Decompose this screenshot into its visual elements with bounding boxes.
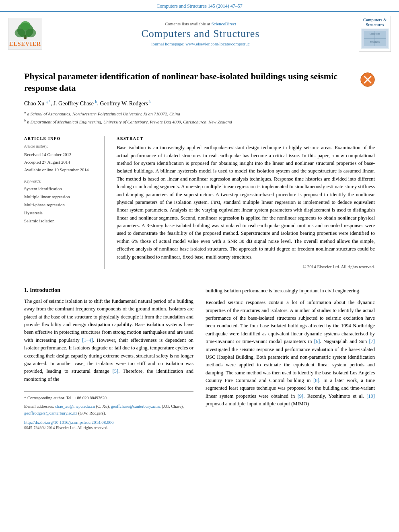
body-right-col: building isolation performance is increa… bbox=[206, 287, 375, 430]
ref-link-1-4[interactable]: [1–4] bbox=[82, 337, 93, 343]
science-direct-link[interactable]: ScienceDirect bbox=[211, 21, 236, 26]
ref-link-8[interactable]: [8] bbox=[313, 378, 319, 383]
main-content: ✕ Physical parameter identification of n… bbox=[0, 56, 399, 438]
ref-link-5[interactable]: [5] bbox=[113, 368, 119, 374]
journal-homepage: journal homepage: www.elsevier.com/locat… bbox=[50, 41, 351, 46]
history-label: Article history: bbox=[24, 144, 96, 148]
contents-available-text: Contents lists available at ScienceDirec… bbox=[50, 21, 351, 26]
keywords-list: System identification Multiple linear re… bbox=[24, 185, 96, 225]
body-left-col: 1. Introduction The goal of seismic isol… bbox=[24, 287, 193, 430]
elsevier-text: ELSEVIER bbox=[9, 41, 41, 47]
section1-para3: Recorded seismic responses contain a lot… bbox=[206, 299, 375, 408]
email-link-xu[interactable]: chao_xu@nwpu.edu.cn bbox=[55, 404, 95, 409]
footnote-star: * Corresponding author. Tel.: +86 029 88… bbox=[24, 395, 193, 402]
footnote-emails: E-mail addresses: chao_xu@nwpu.edu.cn (C… bbox=[24, 403, 193, 417]
svg-point-3 bbox=[25, 29, 35, 37]
thumb-image: Computers Structures bbox=[361, 29, 389, 49]
svg-point-2 bbox=[14, 29, 25, 37]
authors-line: Chao Xu a,*, J. Geoffrey Chase b, Geoffr… bbox=[24, 99, 375, 107]
ref-link-10[interactable]: [10] bbox=[366, 393, 375, 399]
section1-para2: building isolation performance is increa… bbox=[206, 287, 375, 295]
email-link-rodgers[interactable]: geoffrodgers@canterbury.ac.nz bbox=[24, 411, 77, 415]
thumb-journal-title: Computers & Structures bbox=[361, 18, 389, 27]
keyword-4: Hysteresis bbox=[24, 209, 96, 217]
keyword-1: System identification bbox=[24, 185, 96, 193]
doi-section: http://dx.doi.org/10.1016/j.compstruc.20… bbox=[24, 420, 193, 430]
section-divider bbox=[24, 278, 375, 278]
keywords-label: Keywords: bbox=[24, 179, 96, 183]
svg-text:Computers: Computers bbox=[369, 33, 380, 35]
journal-reference-top: Computers and Structures 145 (2014) 47–5… bbox=[0, 0, 399, 11]
crossmark-icon: ✕ bbox=[360, 72, 375, 87]
section1-para1: The goal of seismic isolation is to shif… bbox=[24, 298, 193, 383]
abstract-panel: ABSTRACT Base isolation is an increasing… bbox=[117, 136, 375, 269]
article-info-panel: ARTICLE INFO Article history: Received 1… bbox=[24, 136, 105, 269]
elsevier-tree-icon bbox=[13, 20, 37, 40]
footnotes: * Corresponding author. Tel.: +86 029 88… bbox=[24, 391, 193, 430]
affiliations: a a School of Astronautics, Northwestern… bbox=[24, 109, 375, 126]
article-info-label: ARTICLE INFO bbox=[24, 136, 96, 141]
paper-title: ✕ Physical parameter identification of n… bbox=[24, 71, 375, 94]
keyword-3: Multi-phase regression bbox=[24, 201, 96, 209]
email-link-chase[interactable]: geoffchase@canterbury.ac.nz bbox=[111, 404, 161, 409]
elsevier-logo: ELSEVIER bbox=[8, 18, 42, 50]
ref-link-9[interactable]: [9] bbox=[298, 393, 304, 399]
body-content: 1. Introduction The goal of seismic isol… bbox=[24, 287, 375, 430]
ref-link-6[interactable]: [6] bbox=[314, 339, 320, 344]
journal-thumbnail: Computers & Structures Computers Structu… bbox=[359, 16, 391, 52]
abstract-label: ABSTRACT bbox=[117, 136, 375, 141]
journal-center-info: Contents lists available at ScienceDirec… bbox=[50, 21, 351, 46]
doi-link[interactable]: http://dx.doi.org/10.1016/j.compstruc.20… bbox=[24, 420, 193, 425]
keywords-section: Keywords: System identification Multiple… bbox=[24, 179, 96, 225]
keyword-5: Seismic isolation bbox=[24, 217, 96, 225]
history-dates: Received 14 October 2013 Accepted 27 Aug… bbox=[24, 151, 96, 173]
ref-link-7[interactable]: [7] bbox=[369, 339, 375, 344]
keyword-2: Multiple linear regression bbox=[24, 193, 96, 201]
issn-text: 0045-7949/© 2014 Elsevier Ltd. All right… bbox=[24, 425, 193, 430]
abstract-text: Base isolation is an increasingly applie… bbox=[117, 144, 375, 261]
abstract-copyright: © 2014 Elsevier Ltd. All rights reserved… bbox=[117, 264, 375, 269]
journal-header: ELSEVIER Contents lists available at Sci… bbox=[0, 11, 399, 56]
article-info-abstract-section: ARTICLE INFO Article history: Received 1… bbox=[24, 132, 375, 269]
section1-heading: 1. Introduction bbox=[24, 287, 193, 294]
svg-text:Structures: Structures bbox=[370, 41, 380, 43]
journal-title: Computers and Structures bbox=[50, 28, 351, 40]
svg-point-4 bbox=[20, 21, 30, 30]
